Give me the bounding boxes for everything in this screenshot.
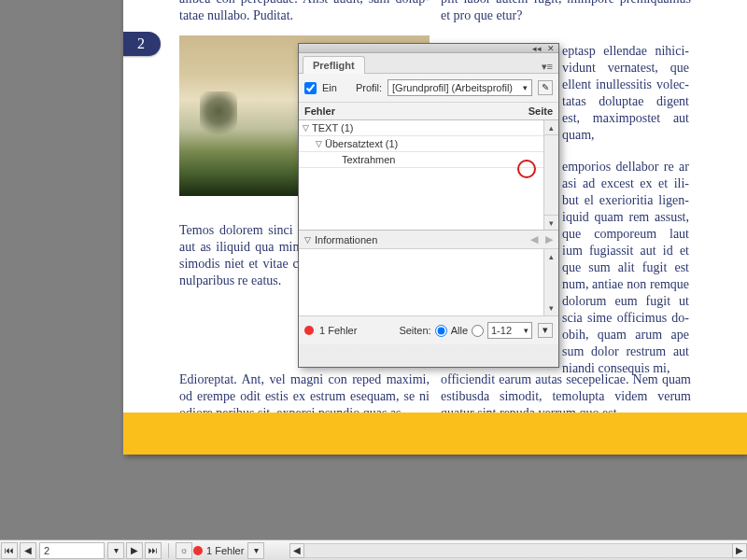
edit-profile-button[interactable]: ✎ [538,80,553,95]
profile-label: Profil: [356,82,382,93]
preflight-enable-checkbox[interactable] [304,82,317,94]
statusbar-error-dropdown[interactable]: ▾ [247,542,264,559]
header-page: Seite [515,105,553,117]
error-dot-icon [304,326,314,335]
page-number-badge: 2 [123,32,161,56]
scroll-down-icon[interactable]: ▾ [544,215,558,230]
footer-band [123,413,747,455]
profile-dropdown[interactable]: [Grundprofil] (Arbeitsprofil) ▾ [388,79,532,96]
disclosure-triangle-icon[interactable]: ▽ [304,235,311,245]
scroll-up-icon[interactable]: ▴ [544,249,558,264]
scroll-up-icon[interactable]: ▴ [544,120,558,135]
prev-icon[interactable]: ◀ [530,233,538,245]
error-list-header: Fehler Seite [299,103,558,120]
profile-value: [Grundprofil] (Arbeitsprofil) [392,82,513,93]
first-page-button[interactable]: ⏮ [1,542,18,559]
app-statusbar: ⏮ ◀ 2 ▾ ▶ ⏭ ☼ 1 Fehler ▾ ◀ ▶ [0,539,747,560]
panel-status-row: 1 Fehler Seiten: Alle 1-12 ▾ ▾ [299,316,558,344]
page-range-field[interactable]: 1-12 ▾ [487,322,532,339]
text-right-lower-peek: emporios dellabor re ar asi ad excest ex… [562,159,689,377]
page-number-value: 2 [44,545,49,556]
error-list: ▽ TEXT (1) ▽ Übersatztext (1) Textrahmen… [299,120,558,231]
tab-preflight[interactable]: Preflight [303,56,365,74]
tree-row-text[interactable]: ▽ TEXT (1) [299,120,558,136]
next-icon[interactable]: ▶ [545,233,553,245]
pages-label: Seiten: [399,325,430,336]
disclosure-triangle-icon[interactable]: ▽ [303,123,312,133]
scrollbar[interactable]: ▴ ▾ [543,120,558,230]
disclosure-triangle-icon[interactable]: ▽ [316,139,325,148]
panel-menu-icon[interactable]: ▾≡ [536,61,558,73]
tree-label: TEXT (1) [312,122,523,133]
text-col-left-top: alibea con perepudae. Alist audit, sam d… [179,0,430,24]
error-dot-icon [193,546,203,555]
tree-row-uebersatz[interactable]: ▽ Übersatztext (1) [299,136,558,152]
text-right-beside-image: eptasp ellendae nihici-vidunt vernatest,… [562,43,689,144]
profile-row: Ein Profil: [Grundprofil] (Arbeitsprofil… [299,74,558,103]
collapse-icon[interactable]: ◂◂ [532,44,542,53]
scroll-down-icon[interactable]: ▾ [544,301,558,315]
tree-row-textrahmen[interactable]: Textrahmen 4 [299,152,558,168]
info-header[interactable]: ▽ Informationen ◀ ▶ [299,231,558,249]
preflight-panel: ◂◂ ✕ Preflight ▾≡ Ein Profil: [Grundprof… [298,43,559,368]
divider [168,543,169,558]
chevron-down-icon: ▾ [524,326,529,335]
info-body: ▴ ▾ [299,249,558,316]
statusbar-error-text: 1 Fehler [206,545,244,556]
tree-label: Übersatztext (1) [325,138,523,149]
close-icon[interactable]: ✕ [547,44,555,53]
report-menu-button[interactable]: ▾ [538,323,553,338]
last-page-button[interactable]: ⏭ [145,542,162,559]
text-col-right-top: plit labor autem fugit, mimpore premiqua… [441,0,691,24]
radio-all-pages[interactable] [435,325,447,337]
scroll-right-icon[interactable]: ▶ [732,543,747,558]
page-dropdown-button[interactable]: ▾ [107,542,124,559]
tree-label: Textrahmen [342,154,523,165]
horizontal-scrollbar[interactable]: ◀ ▶ [289,543,747,558]
panel-titlebar: ◂◂ ✕ [299,44,558,53]
chevron-down-icon: ▾ [523,83,528,92]
radio-all-label: Alle [451,325,468,336]
prev-page-button[interactable]: ◀ [20,542,36,559]
open-preflight-button[interactable]: ☼ [176,542,192,559]
status-text: 1 Fehler [319,325,357,336]
header-error: Fehler [304,105,515,117]
scroll-left-icon[interactable]: ◀ [289,543,304,558]
info-label: Informationen [315,234,377,245]
next-page-button[interactable]: ▶ [126,542,143,559]
scrollbar[interactable]: ▴ ▾ [543,249,558,315]
page-range-value: 1-12 [491,325,512,336]
statusbar-error[interactable]: 1 Fehler [193,545,244,556]
radio-range-pages[interactable] [472,325,484,337]
tab-row: Preflight ▾≡ [299,53,558,74]
preflight-enable-label: Ein [322,82,337,93]
page-number-field[interactable]: 2 [39,542,105,559]
